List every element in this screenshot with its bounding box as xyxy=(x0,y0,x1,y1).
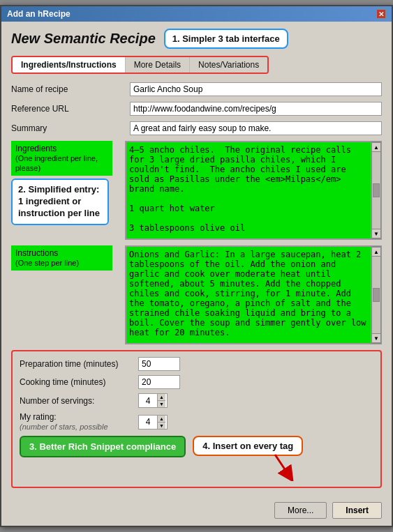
rating-spinner-buttons: ▲ ▼ xyxy=(157,416,165,429)
instr-scroll-up-arrow[interactable]: ▲ xyxy=(371,247,381,257)
rating-down-button[interactable]: ▼ xyxy=(158,423,165,429)
rating-label-text: My rating: xyxy=(20,412,57,422)
summary-row: Summary xyxy=(11,121,382,135)
instr-scroll-thumb[interactable] xyxy=(373,288,380,302)
ingredients-scrollbar[interactable]: ▲ ▼ xyxy=(371,142,381,239)
summary-label: Summary xyxy=(11,121,130,133)
page-title-row: New Semantic Recipe 1. Simpler 3 tab int… xyxy=(11,29,382,49)
rating-spinner[interactable]: ▲ ▼ xyxy=(138,415,168,430)
instructions-section: Instructions(One step per line) Onions a… xyxy=(11,245,382,344)
url-label: Reference URL xyxy=(11,102,130,114)
callout-1: 1. Simpler 3 tab interface xyxy=(164,29,288,49)
callout-3: 3. Better Rich Snippet compliance xyxy=(20,436,186,457)
servings-spinner[interactable]: ▲ ▼ xyxy=(138,393,168,408)
ingredients-section: Ingredients(One ingredient per line,plea… xyxy=(11,141,382,240)
servings-label: Number of servings: xyxy=(20,396,138,406)
rating-label: My rating: (number of stars, possible xyxy=(20,412,138,432)
summary-input[interactable] xyxy=(130,121,382,135)
tabs-container: Ingredients/Instructions More Details No… xyxy=(11,56,269,74)
scroll-up-arrow[interactable]: ▲ xyxy=(371,142,381,152)
prep-time-input[interactable] xyxy=(138,357,180,371)
tab-more-details[interactable]: More Details xyxy=(126,57,190,73)
servings-down-button[interactable]: ▼ xyxy=(158,401,165,407)
close-icon: ✕ xyxy=(378,10,384,18)
ingredients-textarea-wrapper: 4–5 ancho chiles. The original recipe ca… xyxy=(125,141,382,240)
rating-sublabel: (number of stars, possible xyxy=(20,423,108,431)
title-bar: Add an hRecipe ✕ xyxy=(1,6,392,22)
instructions-label: Instructions(One step per line) xyxy=(11,245,112,271)
prep-time-label: Preparation time (minutes) xyxy=(20,359,138,369)
servings-up-button[interactable]: ▲ xyxy=(158,394,165,401)
rating-row: My rating: (number of stars, possible ▲ … xyxy=(20,412,373,432)
url-input[interactable] xyxy=(130,102,382,116)
cook-time-label: Cooking time (minutes) xyxy=(20,377,138,387)
instructions-label-text: Instructions(One step per line) xyxy=(15,248,79,268)
more-button[interactable]: More... xyxy=(274,502,327,519)
main-window: Add an hRecipe ✕ New Semantic Recipe 1. … xyxy=(0,5,393,527)
insert-button[interactable]: Insert xyxy=(332,502,382,519)
url-row: Reference URL xyxy=(11,102,382,116)
rating-input[interactable] xyxy=(139,416,157,427)
scroll-thumb[interactable] xyxy=(373,183,380,197)
servings-row: Number of servings: ▲ ▼ xyxy=(20,393,373,408)
arrow-icon xyxy=(254,453,296,481)
page-title: New Semantic Recipe xyxy=(11,31,156,47)
cook-time-input[interactable] xyxy=(138,375,180,389)
bottom-callouts-row: 3. Better Rich Snippet compliance 4. Ins… xyxy=(20,436,373,481)
cook-time-row: Cooking time (minutes) xyxy=(20,375,373,389)
form-section: Name of recipe Reference URL Summary xyxy=(11,82,382,135)
instructions-textarea-wrapper: Onions and Garlic: In a large saucepan, … xyxy=(125,245,382,344)
ingredients-textarea[interactable]: 4–5 ancho chiles. The original recipe ca… xyxy=(126,142,371,239)
rating-up-button[interactable]: ▲ xyxy=(158,416,165,423)
callout-2: 2. Simplified entry: 1 ingredient or ins… xyxy=(11,178,109,225)
close-button[interactable]: ✕ xyxy=(376,9,386,19)
tab-ingredients[interactable]: Ingredients/Instructions xyxy=(13,57,126,73)
svg-line-1 xyxy=(275,455,289,476)
prep-time-row: Preparation time (minutes) xyxy=(20,357,373,371)
name-input[interactable] xyxy=(130,82,382,96)
window-body: New Semantic Recipe 1. Simpler 3 tab int… xyxy=(1,22,392,495)
instr-scroll-down-arrow[interactable]: ▼ xyxy=(371,333,381,343)
footer-buttons: More... Insert xyxy=(1,495,392,526)
red-box-section: Preparation time (minutes) Cooking time … xyxy=(11,350,382,488)
ingredients-label-text: Ingredients(One ingredient per line,plea… xyxy=(15,144,98,173)
name-label: Name of recipe xyxy=(11,82,130,94)
tab-notes[interactable]: Notes/Variations xyxy=(190,57,267,73)
name-row: Name of recipe xyxy=(11,82,382,96)
ingredients-label: Ingredients(One ingredient per line,plea… xyxy=(11,141,112,176)
scroll-down-arrow[interactable]: ▼ xyxy=(371,229,381,238)
instructions-textarea[interactable]: Onions and Garlic: In a large saucepan, … xyxy=(126,246,371,344)
servings-spinner-buttons: ▲ ▼ xyxy=(157,394,165,407)
window-title: Add an hRecipe xyxy=(7,9,71,19)
servings-input[interactable] xyxy=(139,395,157,406)
instructions-scrollbar[interactable]: ▲ ▼ xyxy=(371,246,381,344)
